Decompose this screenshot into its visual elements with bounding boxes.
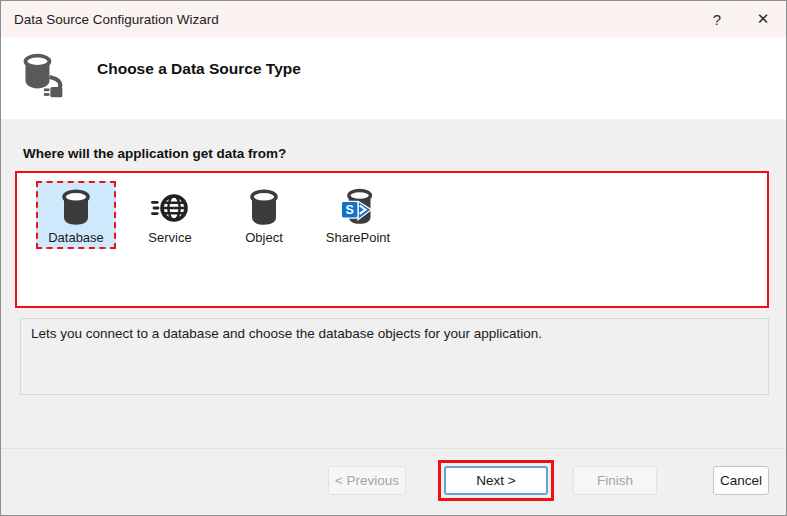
question-label: Where will the application get data from… bbox=[23, 146, 286, 161]
page-title: Choose a Data Source Type bbox=[97, 60, 301, 78]
source-item-sharepoint[interactable]: S SharePoint bbox=[318, 181, 398, 249]
title-bar: Data Source Configuration Wizard ? ✕ bbox=[1, 1, 786, 37]
data-source-list: Database bbox=[15, 171, 769, 308]
database-plug-icon bbox=[19, 52, 67, 100]
object-icon bbox=[248, 187, 280, 229]
sharepoint-icon: S bbox=[338, 187, 378, 229]
source-item-service[interactable]: Service bbox=[130, 181, 210, 249]
help-button[interactable]: ? bbox=[694, 1, 740, 37]
previous-button: < Previous bbox=[328, 466, 406, 495]
svg-text:S: S bbox=[345, 203, 353, 217]
next-button[interactable]: Next > bbox=[444, 466, 548, 495]
source-item-label: Object bbox=[245, 230, 283, 245]
finish-button: Finish bbox=[573, 466, 657, 495]
next-button-highlight: Next > bbox=[438, 460, 554, 501]
source-item-database[interactable]: Database bbox=[36, 181, 116, 249]
wizard-header: Choose a Data Source Type bbox=[1, 37, 786, 119]
source-item-object[interactable]: Object bbox=[224, 181, 304, 249]
source-item-label: Service bbox=[148, 230, 191, 245]
window-title: Data Source Configuration Wizard bbox=[1, 12, 694, 27]
service-icon bbox=[150, 187, 190, 229]
wizard-content: Where will the application get data from… bbox=[1, 119, 786, 448]
cancel-button[interactable]: Cancel bbox=[713, 466, 769, 495]
source-item-label: Database bbox=[48, 230, 104, 245]
data-source-configuration-wizard-dialog: Data Source Configuration Wizard ? ✕ Cho… bbox=[0, 0, 787, 516]
database-icon bbox=[60, 187, 92, 229]
source-item-label: SharePoint bbox=[326, 230, 390, 245]
close-button[interactable]: ✕ bbox=[740, 1, 786, 37]
source-description: Lets you connect to a database and choos… bbox=[20, 318, 769, 395]
wizard-footer: < Previous Next > Finish Cancel bbox=[1, 448, 786, 515]
